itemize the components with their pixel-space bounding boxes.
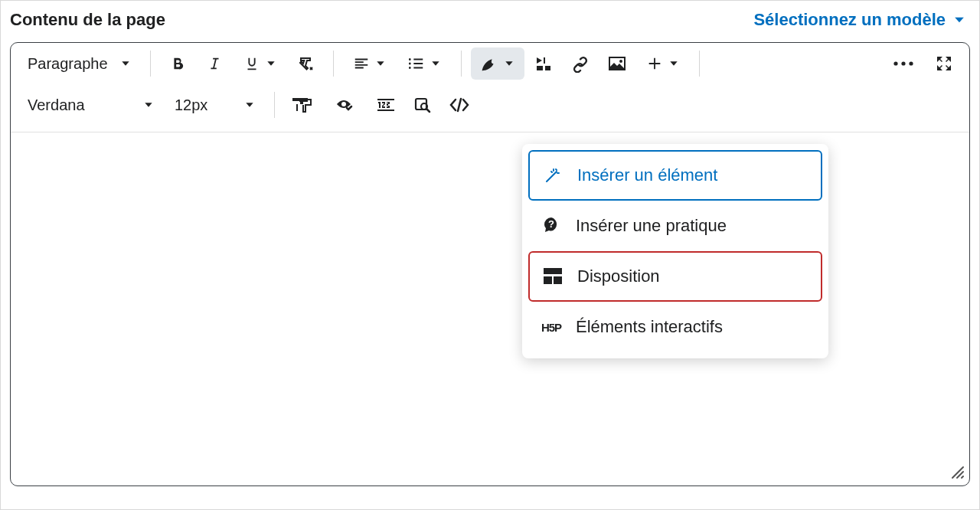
toolbar-row-1: Paragraphe: [11, 43, 969, 84]
align-button[interactable]: [343, 47, 397, 80]
menu-interactive-elements[interactable]: H5P Éléments interactifs: [528, 302, 822, 352]
chevron-down-icon: [374, 57, 387, 70]
separator: [333, 51, 334, 77]
underline-button[interactable]: [234, 47, 287, 80]
bold-icon: [169, 55, 186, 72]
chevron-down-icon: [952, 12, 967, 28]
bold-button[interactable]: [160, 47, 195, 80]
word-count-button[interactable]: [368, 89, 403, 121]
font-size-select[interactable]: 12px: [165, 89, 265, 121]
fullscreen-icon: [935, 54, 953, 73]
menu-insert-practice[interactable]: ? Insérer une pratique: [528, 201, 822, 251]
word-count-icon: [376, 96, 396, 113]
svg-rect-9: [554, 276, 562, 284]
paragraph-style-select[interactable]: Paragraphe: [18, 47, 141, 80]
clear-formatting-button[interactable]: [289, 47, 324, 80]
plus-more-button[interactable]: [636, 47, 690, 80]
rich-text-editor: Paragraphe: [10, 42, 970, 486]
resize-handle[interactable]: [949, 464, 965, 482]
separator: [150, 51, 151, 77]
chevron-down-icon: [142, 99, 155, 111]
italic-icon: [206, 55, 223, 72]
select-template-link[interactable]: Sélectionnez un modèle: [753, 10, 967, 30]
font-family-select[interactable]: Verdana: [18, 89, 164, 121]
menu-item-label: Insérer un élément: [577, 165, 717, 185]
chevron-down-icon: [119, 57, 132, 70]
separator: [274, 92, 275, 118]
menu-insert-element[interactable]: Insérer un élément: [528, 150, 822, 201]
question-cloud-icon: ?: [541, 216, 562, 236]
menu-layout[interactable]: Disposition: [528, 251, 822, 302]
chevron-down-icon: [430, 57, 442, 70]
align-left-icon: [353, 55, 370, 72]
svg-rect-3: [299, 98, 308, 102]
format-painter-icon: [296, 96, 315, 114]
bullet-list-icon: [408, 55, 425, 72]
insert-stuff-button[interactable]: [526, 47, 561, 80]
page-title: Contenu de la page: [10, 10, 165, 30]
h5p-icon: H5P: [541, 321, 562, 334]
separator: [699, 51, 700, 77]
ellipsis-icon: [893, 60, 914, 67]
select-template-label: Sélectionnez un modèle: [753, 10, 946, 30]
find-replace-button[interactable]: [405, 89, 440, 121]
font-size-value: 12px: [175, 96, 207, 114]
find-replace-icon: [413, 96, 432, 114]
format-painter-button[interactable]: [284, 89, 319, 121]
source-code-button[interactable]: [442, 89, 477, 121]
insert-stuff-icon: [534, 54, 553, 73]
italic-button[interactable]: [197, 47, 232, 80]
plus-icon: [646, 55, 663, 72]
image-icon: [607, 55, 627, 72]
underline-icon: [243, 55, 260, 72]
accessibility-check-button[interactable]: [321, 89, 367, 121]
svg-rect-7: [544, 268, 562, 274]
eye-check-icon: [335, 96, 353, 114]
image-button[interactable]: [599, 47, 635, 80]
menu-item-label: Éléments interactifs: [576, 317, 723, 337]
quill-pen-icon: [480, 54, 498, 73]
insert-content-button[interactable]: [471, 47, 524, 80]
svg-rect-8: [544, 276, 552, 284]
layout-icon: [542, 268, 564, 285]
paragraph-style-value: Paragraphe: [28, 55, 108, 73]
menu-item-label: Disposition: [577, 266, 660, 286]
chevron-down-icon: [503, 57, 515, 70]
code-icon: [449, 97, 469, 113]
font-family-value: Verdana: [28, 96, 85, 114]
more-actions-button[interactable]: [882, 47, 925, 80]
wand-icon: [542, 166, 564, 185]
svg-point-1: [901, 61, 905, 65]
chevron-down-icon: [243, 99, 256, 111]
insert-content-dropdown: Insérer un élément ? Insérer une pratiqu…: [522, 144, 828, 358]
toolbar-row-2: Verdana 12px: [11, 84, 969, 132]
menu-item-label: Insérer une pratique: [576, 216, 727, 236]
chevron-down-icon: [668, 57, 680, 70]
list-button[interactable]: [398, 47, 452, 80]
link-button[interactable]: [563, 47, 598, 80]
chevron-down-icon: [265, 57, 277, 70]
svg-point-2: [909, 61, 913, 65]
svg-text:?: ?: [548, 218, 554, 230]
fullscreen-button[interactable]: [926, 47, 962, 80]
clear-format-icon: [297, 54, 315, 73]
link-icon: [571, 54, 590, 73]
svg-point-0: [893, 61, 897, 65]
separator: [461, 51, 462, 77]
resize-icon: [949, 464, 965, 479]
